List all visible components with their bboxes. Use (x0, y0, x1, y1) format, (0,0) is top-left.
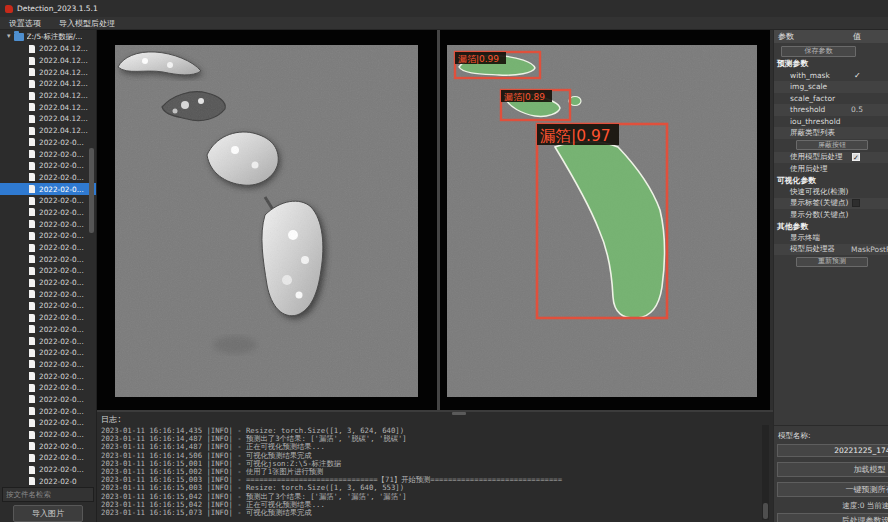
file-item[interactable]: 2022-02-0... (0, 335, 96, 347)
file-item[interactable]: 2022-02-0... (0, 347, 96, 359)
file-item[interactable]: 2022-02-0... (0, 265, 96, 277)
search-input[interactable] (2, 487, 94, 502)
param-row[interactable]: 模型后处理器MaskPostPro (774, 244, 888, 256)
file-item[interactable]: 2022-02-0... (0, 183, 96, 195)
title-bar: Detection_2023.1.5.1 (0, 0, 888, 17)
param-action-button[interactable]: 屏蔽按钮 (796, 140, 868, 150)
log-scrollbar[interactable] (762, 425, 769, 520)
param-action-button[interactable]: 重新预测 (796, 257, 868, 267)
param-label: 使用后处理 (790, 164, 828, 174)
file-icon (29, 407, 35, 415)
save-params-button[interactable]: 保存参数 (781, 46, 856, 57)
file-item[interactable]: 2022-02-0 (0, 475, 96, 485)
file-item[interactable]: 2022-02-0... (0, 429, 96, 441)
param-row[interactable]: 使用模型后处理✓ (774, 152, 888, 164)
file-item[interactable]: 2022-02-0... (0, 253, 96, 265)
file-item-label: 2022-02-0... (39, 243, 84, 252)
param-row[interactable]: 显示分数(关键点) (774, 209, 888, 221)
file-item[interactable]: 2022-02-0... (0, 440, 96, 452)
predict-all-button[interactable]: 一键预测所有 (777, 482, 888, 497)
file-item[interactable]: 2022-02-0... (0, 405, 96, 417)
param-row[interactable]: 使用后处理 (774, 163, 888, 175)
log-line: 2023-01-11 16:16:15,042 |INFO| - 正在可视化预测… (101, 501, 759, 509)
file-item[interactable]: 2022-02-0... (0, 137, 96, 149)
file-item[interactable]: 2022-02-0... (0, 230, 96, 242)
file-item[interactable]: 2022-02-0... (0, 277, 96, 289)
log-panel: 日志: 2023-01-11 16:16:14,435 |INFO| - Res… (97, 410, 773, 522)
param-row[interactable]: scale_factor (774, 93, 888, 105)
log-line: 2023-01-11 16:16:15,003 |INFO| - =======… (101, 476, 759, 484)
prediction-image-panel[interactable]: 漏箔|0.99 漏箔|0.89 漏箔|0.97 (440, 30, 770, 410)
file-icon (29, 302, 35, 310)
postprocess-settings-button[interactable]: 后处理参数设置 (777, 513, 888, 522)
file-item[interactable]: 2022.04.12... (0, 66, 96, 78)
param-value: MaskPostPro (851, 245, 888, 254)
model-name-field[interactable]: 20221225_174813 (777, 444, 888, 457)
param-row[interactable]: 显示终端 (774, 232, 888, 244)
file-item[interactable]: 2022-02-0... (0, 300, 96, 312)
file-list: 2022.04.12...2022.04.12...2022.04.12...2… (0, 43, 96, 485)
menu-settings[interactable]: 设置选项 (0, 17, 50, 29)
file-item[interactable]: 2022-02-0... (0, 464, 96, 476)
file-item[interactable]: 2022.04.12... (0, 113, 96, 125)
file-item[interactable]: 2022-02-0... (0, 452, 96, 464)
param-row[interactable]: iou_threshold (774, 116, 888, 128)
model-section: 模型名称: 20221225_174813 加载模型 一键预测所有 速度:0 当… (774, 425, 888, 522)
file-item-label: 2022.04.12... (39, 79, 88, 88)
file-icon (29, 337, 35, 345)
file-item[interactable]: 2022.04.12... (0, 125, 96, 137)
file-item[interactable]: 2022-02-0... (0, 288, 96, 300)
checkbox-empty[interactable] (852, 199, 860, 207)
file-icon (29, 185, 35, 193)
file-item[interactable]: 2022-02-0... (0, 370, 96, 382)
param-row[interactable]: with_mask✓ (774, 70, 888, 82)
file-item[interactable]: 2022.04.12... (0, 43, 96, 55)
file-item-label: 2022-02-0... (39, 325, 84, 334)
param-label: with_mask (790, 71, 830, 80)
file-item[interactable]: 2022.04.12... (0, 78, 96, 90)
file-item[interactable]: 2022-02-0... (0, 312, 96, 324)
file-item[interactable]: 2022-02-0... (0, 417, 96, 429)
file-icon (29, 466, 35, 474)
log-lines[interactable]: 2023-01-11 16:16:14,435 |INFO| - Resize:… (101, 427, 759, 517)
file-item[interactable]: 2022-02-0... (0, 394, 96, 406)
file-icon (29, 372, 35, 380)
file-item[interactable]: 2022-02-0... (0, 160, 96, 172)
log-scrollbar-thumb[interactable] (763, 503, 768, 519)
window-title: Detection_2023.1.5.1 (17, 4, 98, 13)
file-item[interactable]: 2022-02-0... (0, 148, 96, 160)
file-item[interactable]: 2022-02-0... (0, 172, 96, 184)
checkmark-icon[interactable]: ✓ (854, 71, 861, 80)
file-list-scrollbar[interactable] (89, 148, 94, 233)
param-row[interactable]: 显示标签(关键点) (774, 198, 888, 210)
svg-text:漏箔|0.97: 漏箔|0.97 (540, 127, 611, 145)
file-item[interactable]: 2022-02-0... (0, 218, 96, 230)
checkbox-checked[interactable]: ✓ (852, 153, 860, 161)
file-item[interactable]: 2022-02-0... (0, 382, 96, 394)
file-item[interactable]: 2022-02-0... (0, 242, 96, 254)
param-row[interactable]: threshold0.5 (774, 104, 888, 116)
param-row[interactable]: 快速可视化(检测) (774, 186, 888, 198)
file-item[interactable]: 2022-02-0... (0, 207, 96, 219)
param-column-header: 参数 (774, 31, 853, 42)
tree-root-folder[interactable]: ▾ Z:/5-标注数据/... (0, 30, 96, 43)
file-item-label: 2022-02-0... (39, 372, 84, 381)
source-image-panel[interactable] (97, 30, 437, 410)
file-item[interactable]: 2022.04.12... (0, 55, 96, 67)
file-item[interactable]: 2022-02-0... (0, 195, 96, 207)
import-images-button[interactable]: 导入图片 (13, 505, 83, 522)
load-model-button[interactable]: 加载模型 (777, 462, 888, 477)
file-item[interactable]: 2022-02-0... (0, 359, 96, 371)
image-viewer: 漏箔|0.99 漏箔|0.89 漏箔|0.97 (97, 30, 773, 410)
file-item[interactable]: 2022.04.12... (0, 101, 96, 113)
param-row[interactable]: img_scale (774, 81, 888, 93)
splitter-grip[interactable] (452, 412, 466, 415)
menu-import-postprocess[interactable]: 导入模型后处理 (50, 17, 124, 29)
file-icon (29, 68, 35, 76)
model-name-label: 模型名称: (778, 431, 888, 441)
file-item[interactable]: 2022-02-0... (0, 324, 96, 336)
param-row[interactable]: 屏蔽类型列表 (774, 127, 888, 139)
file-item-label: 2022-02-0... (39, 407, 84, 416)
file-icon (29, 103, 35, 111)
file-item[interactable]: 2022.04.12... (0, 90, 96, 102)
